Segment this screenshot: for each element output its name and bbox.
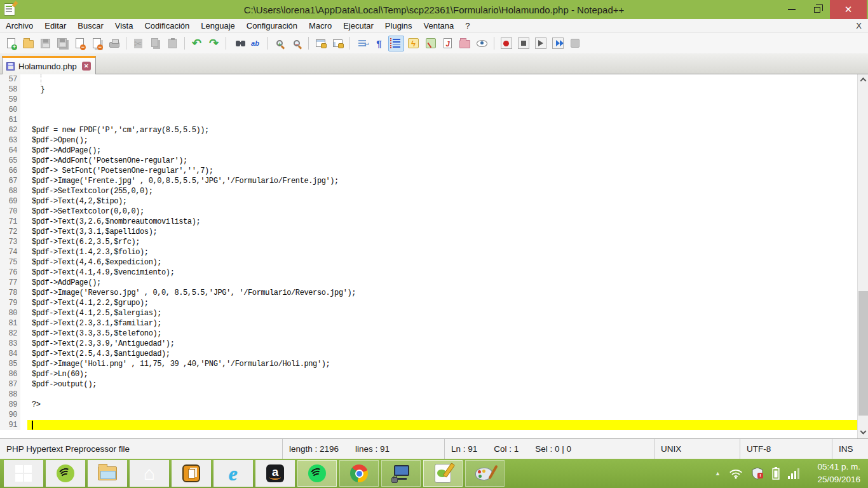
bookmark-margin[interactable] [20, 237, 27, 247]
line-number[interactable]: 58 [0, 85, 20, 95]
code-view[interactable]: 5758 }59606162$pdf = new FPDF('P','cm',a… [0, 74, 857, 438]
code-text[interactable]: $pdf->AddFont('PoetsenOne-regular'); [27, 156, 857, 166]
taskbar-amazon[interactable]: a [255, 460, 295, 487]
code-line-81[interactable]: 81$pdf->Text(2.3,3.1,$familiar); [0, 318, 857, 329]
document-map-button[interactable] [423, 36, 438, 51]
line-number[interactable]: 79 [0, 298, 20, 308]
bookmark-margin[interactable] [20, 288, 27, 298]
code-text[interactable] [27, 115, 857, 125]
line-number[interactable]: 81 [0, 318, 20, 329]
code-text[interactable]: $pdf->Text(6.2,3.5,$rfc); [27, 237, 857, 247]
code-line-71[interactable]: 71$pdf->Text(3,2.6,$nombreautomovilista)… [0, 217, 857, 227]
code-text[interactable]: } [27, 85, 857, 95]
vertical-scrollbar[interactable] [857, 74, 868, 438]
code-text[interactable]: $pdf->Text(4,2,$tipo); [27, 196, 857, 207]
code-text[interactable]: $pdf->Image('Frente.jpg' , 0,0,8.5,5.5,'… [27, 176, 857, 186]
bookmark-margin[interactable] [20, 278, 27, 288]
zoom-in-button[interactable]: + [271, 36, 287, 51]
paste-button[interactable] [165, 36, 180, 51]
taskbar-paint[interactable] [465, 460, 505, 487]
tab-close-icon[interactable]: ✕ [82, 62, 91, 71]
code-text[interactable]: $pdf->output(); [27, 379, 857, 390]
minimize-button[interactable] [779, 0, 804, 19]
code-line-58[interactable]: 58 } [0, 85, 857, 95]
close-button[interactable]: ✕ [830, 0, 867, 19]
code-text[interactable]: $pdf-> SetFont('PoetsenOne-regular','',7… [27, 166, 857, 176]
line-number[interactable]: 88 [0, 390, 20, 400]
menu-editar[interactable]: Editar [39, 20, 72, 32]
line-number[interactable]: 69 [0, 196, 20, 207]
line-number[interactable]: 68 [0, 186, 20, 196]
code-line-80[interactable]: 80$pdf->Text(4.1,2.5,$alergias); [0, 308, 857, 318]
code-line-64[interactable]: 64$pdf->AddPage(); [0, 146, 857, 156]
bookmark-margin[interactable] [20, 298, 27, 308]
code-line-77[interactable]: 77$pdf->AddPage(); [0, 278, 857, 288]
taskbar-internet-explorer[interactable]: e [214, 460, 253, 487]
line-number[interactable]: 61 [0, 115, 20, 125]
code-line-74[interactable]: 74$pdf->Text(1.4,2.3,$folio); [0, 247, 857, 257]
code-line-60[interactable]: 60 [0, 105, 857, 115]
find-button[interactable] [230, 36, 246, 51]
bookmark-margin[interactable] [20, 308, 27, 318]
word-wrap-button[interactable] [354, 36, 370, 51]
code-line-87[interactable]: 87$pdf->output(); [0, 379, 857, 390]
bookmark-margin[interactable] [20, 379, 27, 390]
code-text[interactable] [27, 420, 857, 430]
line-number[interactable]: 72 [0, 227, 20, 237]
line-number[interactable]: 77 [0, 278, 20, 288]
line-number[interactable]: 90 [0, 410, 20, 420]
bookmark-margin[interactable] [20, 156, 27, 166]
code-text[interactable]: $pdf->Ln(60); [27, 369, 857, 379]
menu-ejecutar[interactable]: Ejecutar [337, 20, 379, 32]
line-number[interactable]: 84 [0, 349, 20, 359]
line-number[interactable]: 62 [0, 125, 20, 135]
code-line-72[interactable]: 72$pdf->Text(3,3.1,$apellidos); [0, 227, 857, 237]
bookmark-margin[interactable] [20, 74, 27, 85]
code-text[interactable]: $pdf->Text(1.4,2.3,$folio); [27, 247, 857, 257]
bookmark-margin[interactable] [20, 125, 27, 135]
bookmark-margin[interactable] [20, 420, 27, 430]
menu-ventana[interactable]: Ventana [417, 20, 459, 32]
replace-button[interactable]: ab [247, 36, 263, 51]
code-text[interactable] [27, 390, 857, 400]
close-file-button[interactable]: − [72, 36, 88, 51]
menu-codificacin[interactable]: Codificación [139, 20, 195, 32]
code-line-78[interactable]: 78$pdf->Image('Reverso.jpg' , 0,0, 8.5,5… [0, 288, 857, 298]
menu-lenguaje[interactable]: Lenguaje [195, 20, 241, 32]
code-text[interactable]: $pdf->Image('Reverso.jpg' , 0,0, 8.5,5.5… [27, 288, 857, 298]
playback-macro-button[interactable] [532, 36, 548, 51]
menu-vista[interactable]: Vista [109, 20, 139, 32]
code-line-62[interactable]: 62$pdf = new FPDF('P','cm',array(8.5,5.5… [0, 125, 857, 135]
line-number[interactable]: 75 [0, 257, 20, 268]
bookmark-margin[interactable] [20, 318, 27, 329]
code-text[interactable]: $pdf->Text(2.5,4.3,$antiguedad); [27, 349, 857, 359]
code-line-75[interactable]: 75$pdf->Text(4,4.6,$expedicion); [0, 257, 857, 268]
code-line-67[interactable]: 67$pdf->Image('Frente.jpg' , 0,0,8.5,5.5… [0, 176, 857, 186]
code-text[interactable]: $pdf->Text(4.1,4.9,$vencimiento); [27, 268, 857, 278]
bookmark-margin[interactable] [20, 85, 27, 95]
taskbar-google-chrome[interactable] [339, 460, 379, 487]
sync-horizontal-scrolling-button[interactable] [330, 36, 346, 51]
line-number[interactable]: 60 [0, 105, 20, 115]
line-number[interactable]: 66 [0, 166, 20, 176]
scrollbar-thumb[interactable] [858, 291, 868, 416]
line-number[interactable]: 76 [0, 268, 20, 278]
bookmark-margin[interactable] [20, 135, 27, 146]
code-text[interactable]: $pdf = new FPDF('P','cm',array(8.5,5.5))… [27, 125, 857, 135]
code-line-70[interactable]: 70$pdf->SetTextcolor(0,0,0); [0, 207, 857, 217]
code-line-88[interactable]: 88 [0, 390, 857, 400]
show-all-characters-button[interactable]: ¶ [371, 36, 387, 51]
bookmark-margin[interactable] [20, 349, 27, 359]
line-number[interactable]: 67 [0, 176, 20, 186]
menu-macro[interactable]: Macro [303, 20, 337, 32]
sync-vertical-scrolling-button[interactable] [313, 36, 329, 51]
taskbar-spotify-pinned[interactable] [46, 460, 85, 487]
line-number[interactable]: 89 [0, 400, 20, 410]
editor-area[interactable]: 5758 }59606162$pdf = new FPDF('P','cm',a… [0, 74, 868, 438]
code-line-91[interactable]: 91 [0, 420, 857, 430]
code-text[interactable]: $pdf->SetTextcolor(255,0,0); [27, 186, 857, 196]
code-line-63[interactable]: 63$pdf->Open(); [0, 135, 857, 146]
taskbar-spotify[interactable] [297, 460, 337, 487]
code-line-83[interactable]: 83$pdf->Text(2.3,3.9,'Antiguedad'); [0, 339, 857, 349]
scroll-up-arrow[interactable] [858, 74, 868, 85]
